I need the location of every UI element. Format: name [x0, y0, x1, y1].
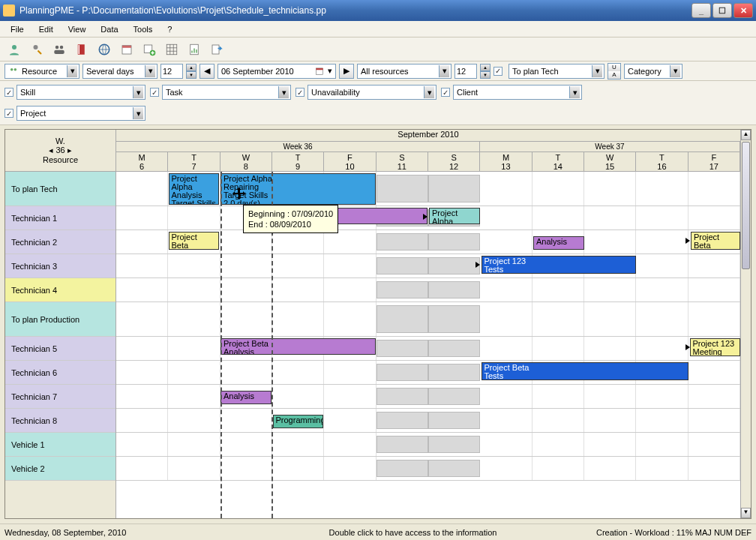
grid-cell[interactable]	[584, 302, 636, 336]
task-block[interactable]: Analysis	[220, 391, 272, 404]
view-mode-combo[interactable]: Resource ▾	[4, 64, 80, 79]
grid-cell[interactable]	[116, 433, 168, 456]
grid-cell[interactable]	[584, 457, 636, 480]
day-header-cell[interactable]: M6	[116, 152, 168, 171]
grid-cell[interactable]	[636, 206, 688, 230]
filter-client-combo[interactable]: Client▾	[453, 85, 582, 100]
day-header-cell[interactable]: T9	[272, 152, 324, 171]
grid-cell[interactable]	[584, 409, 636, 432]
grid-cell[interactable]	[636, 409, 688, 432]
vertical-scrollbar[interactable]: ▲ ▼	[740, 130, 751, 518]
resource-filter-combo[interactable]: All resources ▾	[357, 64, 452, 79]
grid-cell[interactable]	[428, 340, 480, 357]
grid-row[interactable]	[116, 254, 740, 278]
scroll-thumb[interactable]	[742, 142, 750, 269]
grid-cell[interactable]	[168, 278, 220, 302]
filter-project-combo[interactable]: Project▾	[16, 106, 146, 121]
task-block[interactable]: Project AlphaAnalysisTarget Skills2.0 da…	[169, 173, 220, 205]
grid-cell[interactable]	[116, 361, 168, 384]
grid-cell[interactable]	[688, 172, 740, 206]
grid-cell[interactable]	[272, 278, 324, 302]
filter-task-combo[interactable]: Task▾	[162, 85, 291, 100]
grid-cell[interactable]	[168, 302, 220, 336]
task-block[interactable]: Project BetaDelivery	[691, 232, 740, 250]
filter-unavail-check[interactable]: ✓	[296, 88, 304, 97]
grid-cell[interactable]	[532, 302, 584, 336]
grid-cell[interactable]	[636, 172, 688, 206]
resource-row[interactable]: Technician 7	[5, 385, 116, 409]
grid-cell[interactable]	[532, 433, 584, 456]
toolbar-users-icon[interactable]	[50, 40, 69, 59]
grid-cell[interactable]	[376, 257, 428, 274]
toolbar-grid-icon[interactable]	[162, 40, 182, 59]
grid-cell[interactable]	[428, 436, 480, 453]
resource-row[interactable]: Technician 2	[5, 230, 116, 254]
task-block[interactable]: Project BetaAnalysis	[220, 338, 376, 355]
grid-cell[interactable]	[480, 385, 532, 408]
grid-cell[interactable]	[428, 364, 480, 381]
grid-cell[interactable]	[168, 206, 220, 230]
grid-cell[interactable]	[376, 388, 428, 405]
week-number[interactable]: 36	[56, 146, 64, 154]
grid-cell[interactable]	[532, 337, 584, 360]
grid-cell[interactable]	[116, 206, 168, 230]
grid-cell[interactable]	[688, 254, 740, 278]
days-spinner[interactable]: 12	[160, 64, 183, 79]
ua-toggle[interactable]: U A	[608, 63, 621, 80]
grid-cell[interactable]	[116, 385, 168, 408]
toolbar-user-edit-icon[interactable]	[27, 40, 46, 59]
grid-cell[interactable]	[168, 385, 220, 408]
second-spinner[interactable]: 12	[454, 64, 477, 79]
day-header-cell[interactable]: S12	[428, 152, 480, 171]
grid-cell[interactable]	[428, 233, 480, 250]
grid-cell[interactable]	[220, 302, 272, 336]
menu-tools[interactable]: Tools	[128, 23, 159, 35]
task-block[interactable]: Project 123Meeting	[690, 338, 741, 356]
resource-row[interactable]: Technician 6	[5, 361, 116, 385]
grid-cell[interactable]	[636, 337, 688, 360]
grid-cell[interactable]	[480, 433, 532, 456]
grid-cell[interactable]	[636, 433, 688, 456]
task-block[interactable]: Programming	[273, 415, 324, 428]
grid-cell[interactable]	[480, 172, 532, 206]
grid-cell[interactable]	[116, 302, 168, 336]
day-header-cell[interactable]: T7	[168, 152, 220, 171]
menu-help[interactable]: ?	[161, 23, 178, 35]
day-header-cell[interactable]: M13	[480, 152, 532, 171]
grid-cell[interactable]	[376, 233, 428, 250]
grid-cell[interactable]	[428, 175, 480, 202]
grid-cell[interactable]	[168, 457, 220, 480]
grid-cell[interactable]	[324, 302, 376, 336]
grid-cell[interactable]	[688, 433, 740, 456]
grid-cell[interactable]	[272, 385, 324, 408]
second-spin-buttons[interactable]: ▲▼	[480, 64, 490, 79]
date-picker[interactable]: 06 September 2010 ▾	[218, 64, 336, 79]
toolbar-report-icon[interactable]	[184, 40, 204, 59]
minimize-button[interactable]: _	[692, 3, 711, 18]
day-header-cell[interactable]: W8	[220, 152, 272, 171]
grid-cell[interactable]	[324, 278, 376, 302]
grid-cell[interactable]	[168, 433, 220, 456]
day-header-cell[interactable]: T14	[532, 152, 584, 171]
grid-cell[interactable]	[376, 340, 428, 357]
grid-cell[interactable]	[376, 281, 428, 298]
next-button[interactable]: ▶	[339, 64, 354, 79]
prev-button[interactable]: ◀	[200, 64, 214, 79]
grid-cell[interactable]	[688, 302, 740, 336]
menu-edit[interactable]: Edit	[33, 23, 59, 35]
grid-cell[interactable]	[584, 172, 636, 206]
filter-skill-combo[interactable]: Skill▾	[16, 85, 146, 100]
grid-cell[interactable]	[116, 230, 168, 254]
grid-cell[interactable]	[584, 278, 636, 302]
grid-cell[interactable]	[480, 337, 532, 360]
schedule-grid[interactable]: Project AlphaAnalysisTarget Skills2.0 da…	[116, 172, 740, 518]
grid-cell[interactable]	[428, 412, 480, 429]
grid-cell[interactable]	[480, 278, 532, 302]
category-combo[interactable]: Category ▾	[624, 64, 682, 79]
grid-cell[interactable]	[272, 302, 324, 336]
grid-cell[interactable]	[116, 254, 168, 278]
filter-task-check[interactable]: ✓	[150, 88, 159, 97]
task-block[interactable]: Project BetaAppointment	[169, 232, 220, 250]
column-filter-combo[interactable]: To plan Tech ▾	[508, 64, 604, 79]
grid-cell[interactable]	[480, 206, 532, 230]
